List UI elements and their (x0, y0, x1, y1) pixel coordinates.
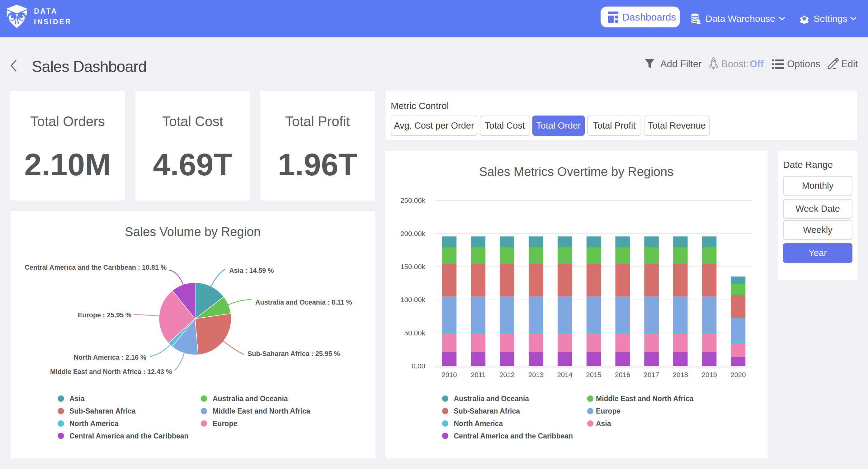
svg-text:Central America and the Caribb: Central America and the Caribbean (454, 432, 573, 440)
svg-text:Middle East and North Africa: Middle East and North Africa (213, 407, 310, 415)
svg-text:Middle East and North Africa: Middle East and North Africa (596, 394, 694, 403)
svg-text:Sales Volume by Region: Sales Volume by Region (125, 225, 260, 239)
svg-text:North America : 2.16 %: North America : 2.16 % (74, 354, 146, 361)
svg-text:Sales Metrics Overtime by Regi: Sales Metrics Overtime by Regions (479, 165, 674, 178)
svg-text:Europe: Europe (596, 407, 620, 415)
svg-text:Asia: Asia (596, 419, 611, 428)
svg-text:Australia and Oceania : 8.11 %: Australia and Oceania : 8.11 % (255, 299, 352, 306)
svg-text:2011: 2011 (471, 371, 485, 379)
svg-text:Europe: Europe (213, 419, 237, 428)
svg-text:2017: 2017 (644, 371, 659, 379)
svg-text:Australia and Oceania: Australia and Oceania (213, 394, 288, 403)
svg-text:2014: 2014 (557, 371, 572, 379)
svg-text:Central America and the Caribb: Central America and the Caribbean (69, 432, 189, 440)
svg-text:Middle East and North Africa :: Middle East and North Africa : 12.43 % (50, 368, 172, 376)
svg-text:150.00k: 150.00k (400, 263, 426, 271)
svg-text:Sub-Saharan Africa: Sub-Saharan Africa (454, 407, 520, 415)
svg-text:0.00: 0.00 (411, 362, 425, 370)
svg-text:Australia and Oceania: Australia and Oceania (454, 394, 529, 403)
svg-text:2012: 2012 (499, 371, 515, 379)
svg-text:Asia : 14.59 %: Asia : 14.59 % (229, 267, 274, 274)
svg-text:2016: 2016 (615, 371, 630, 379)
svg-text:2015: 2015 (586, 371, 601, 379)
svg-text:2013: 2013 (528, 371, 544, 379)
svg-text:200.00k: 200.00k (400, 230, 426, 238)
svg-text:50.00k: 50.00k (404, 329, 425, 337)
svg-text:Central America and the Caribb: Central America and the Caribbean : 10.8… (25, 264, 166, 271)
svg-text:2019: 2019 (702, 371, 717, 379)
svg-text:250.00k: 250.00k (400, 197, 426, 204)
svg-text:100.00k: 100.00k (400, 296, 426, 304)
svg-text:North America: North America (69, 419, 119, 428)
svg-text:Sub-Saharan Africa: Sub-Saharan Africa (69, 407, 136, 415)
svg-text:Sub-Saharan Africa : 25.95 %: Sub-Saharan Africa : 25.95 % (248, 350, 340, 357)
svg-text:North America: North America (454, 419, 503, 428)
svg-text:2010: 2010 (442, 371, 457, 379)
svg-text:2018: 2018 (673, 371, 688, 379)
svg-text:2020: 2020 (731, 371, 746, 379)
svg-text:Asia: Asia (69, 394, 85, 403)
svg-text:Europe : 25.95 %: Europe : 25.95 % (78, 312, 131, 319)
